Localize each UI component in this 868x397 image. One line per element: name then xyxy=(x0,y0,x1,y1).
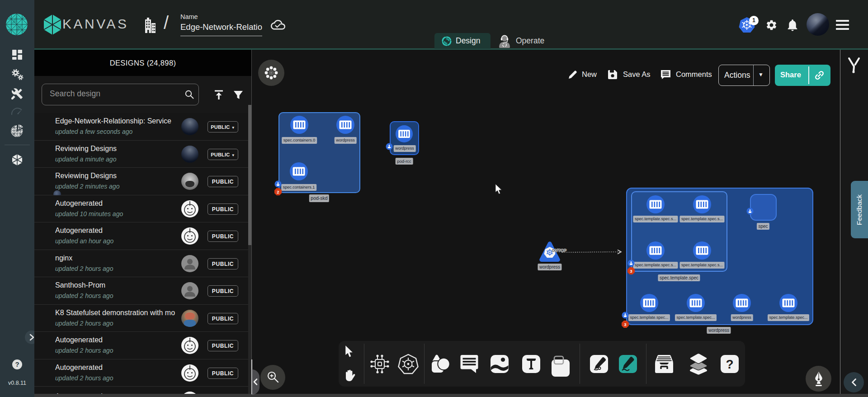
svg-text:?: ? xyxy=(726,357,733,371)
